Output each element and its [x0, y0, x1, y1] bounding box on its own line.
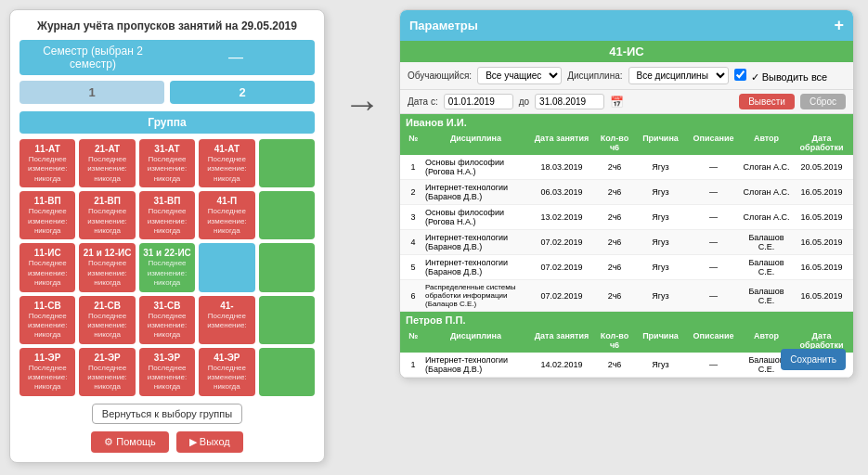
row-author: Слоган А.С.: [741, 186, 792, 198]
group-cell[interactable]: 41-Последнее изменение:: [199, 296, 254, 344]
group-cell[interactable]: 21-АТПоследнее изменение: никогда: [79, 139, 135, 187]
table-row: 1 Основы философии (Рогова Н.А.) 18.03.2…: [400, 155, 853, 180]
save-button[interactable]: Сохранить: [781, 349, 846, 370]
row-discipline: Основы философии (Рогова Н.А.): [424, 207, 527, 227]
row-num: 6: [404, 290, 422, 302]
student-filter-select[interactable]: Все учащиес: [477, 67, 562, 84]
group-cell[interactable]: 11-ИСПоследнее изменение: никогда: [19, 243, 75, 291]
row-processed: 16.05.2019: [794, 290, 849, 302]
student-filter-label: Обучающийся:: [408, 71, 472, 81]
col-num: №: [404, 133, 422, 153]
group-cell[interactable]: 21-ВППоследнее изменение: никогда: [79, 191, 135, 239]
semester-minus-button[interactable]: —: [162, 49, 310, 66]
group-cell[interactable]: 31-СВПоследнее изменение: никогда: [139, 296, 195, 344]
row-discipline: Распределенные системы обработки информа…: [424, 282, 527, 309]
group-cell-empty: [259, 191, 315, 239]
row-num-p: 1: [404, 359, 422, 370]
left-panel: Журнал учёта пропусков занятий на 29.05.…: [9, 9, 325, 463]
row-discipline: Основы философии (Рогова Н.А.): [424, 157, 527, 177]
col-note-2: Описание: [688, 330, 739, 351]
date-to-input[interactable]: [535, 94, 604, 109]
help-button[interactable]: ⚙ Помощь: [91, 431, 169, 453]
row-processed: 16.05.2019: [794, 212, 849, 223]
row-note: —: [688, 290, 739, 302]
row-discipline-p: Интернет-технологии (Баранов Д.В.): [424, 354, 527, 375]
semester-1-tab[interactable]: 1: [19, 81, 164, 104]
group-cell[interactable]: 41-ЭРПоследнее изменение: никогда: [199, 348, 254, 396]
row-note: —: [688, 212, 739, 223]
row-date: 13.02.2019: [529, 212, 594, 223]
group-cell-selected[interactable]: [199, 243, 254, 291]
export-button[interactable]: Вывести: [739, 94, 795, 109]
row-date: 07.02.2019: [529, 262, 594, 273]
reset-button[interactable]: Сброс: [800, 94, 846, 109]
row-discipline: Интернет-технологии (Баранов Д.В.): [424, 232, 527, 252]
group-cell[interactable]: 31 и 22-ИСПоследнее изменение: никогда: [139, 243, 195, 291]
row-num: 5: [404, 262, 422, 273]
row-num: 4: [404, 237, 422, 248]
show-all-label: ✓ Выводить все: [751, 71, 828, 83]
action-buttons: ⚙ Помощь ▶ Выход: [19, 431, 315, 453]
show-all-checkbox-label[interactable]: ✓ Выводить все: [734, 69, 828, 83]
exit-button[interactable]: ▶ Выход: [176, 431, 243, 453]
group-cell[interactable]: 41-ППоследнее изменение: никогда: [199, 191, 254, 239]
group-cell[interactable]: 31-ЭРПоследнее изменение: никогда: [139, 348, 195, 396]
row-processed: 16.05.2019: [794, 186, 849, 198]
col-hours: Кол-во ч6: [596, 133, 633, 153]
col-processed-2: Дата обработки: [794, 330, 849, 351]
arrow-indicator: →: [343, 9, 381, 125]
row-note: —: [688, 161, 739, 173]
col-num-2: №: [404, 330, 422, 351]
semester-2-tab[interactable]: 2: [170, 81, 315, 104]
date-from-label: Дата с:: [408, 96, 438, 107]
group-cell[interactable]: 21-ЭРПоследнее изменение: никогда: [79, 348, 135, 396]
group-cell[interactable]: 21-СВПоследнее изменение: никогда: [79, 296, 135, 344]
left-title: Журнал учёта пропусков занятий на 29.05.…: [19, 19, 315, 32]
row-date-p: 14.02.2019: [529, 359, 594, 370]
table-header-1: № Дисциплина Дата занятия Кол-во ч6 Прич…: [400, 131, 853, 155]
back-to-group-button[interactable]: Вернуться к выбору группы: [92, 404, 242, 424]
row-date: 07.02.2019: [529, 290, 594, 302]
group-cell[interactable]: 31-ВППоследнее изменение: никогда: [139, 191, 195, 239]
right-panel: Параметры + 41-ИС Обучающийся: Все учащи…: [399, 9, 854, 379]
add-button[interactable]: +: [834, 16, 844, 35]
group-cell-empty: [259, 243, 315, 291]
row-hours: 2ч6: [596, 186, 633, 198]
date-from-input[interactable]: [444, 94, 513, 109]
group-cell[interactable]: 11-ВППоследнее изменение: никогда: [19, 191, 75, 239]
filters-row: Обучающийся: Все учащиес Дисциплина: Все…: [400, 62, 853, 90]
row-author: Слоган А.С.: [741, 161, 792, 173]
groups-grid: 11-АТПоследнее изменение: никогда 21-АТП…: [19, 139, 315, 396]
col-author-2: Автор: [741, 330, 792, 351]
group-cell-empty: [259, 139, 315, 187]
row-date: 07.02.2019: [529, 237, 594, 248]
row-note: —: [688, 237, 739, 248]
col-reason: Причина: [635, 133, 686, 153]
group-cell[interactable]: 31-АТПоследнее изменение: никогда: [139, 139, 195, 187]
col-hours-2: Кол-во ч6: [596, 330, 633, 351]
show-all-checkbox[interactable]: [734, 69, 746, 81]
dates-row: Дата с: до 📅 Вывести Сброс: [400, 90, 853, 114]
group-id-bar: 41-ИС: [400, 41, 853, 62]
semester-tabs: 1 2: [19, 81, 315, 104]
group-cell[interactable]: 41-АТПоследнее изменение: никогда: [199, 139, 254, 187]
group-cell[interactable]: 11-АТПоследнее изменение: никогда: [19, 139, 75, 187]
col-author: Автор: [741, 133, 792, 153]
student-section-2: Петров П.П.: [400, 312, 853, 328]
table-row: 4 Интернет-технологии (Баранов Д.В.) 07.…: [400, 230, 853, 255]
back-to-group-container: Вернуться к выбору группы: [19, 404, 315, 424]
discipline-filter-select[interactable]: Все дисциплины: [628, 67, 729, 84]
row-processed: 16.05.2019: [794, 237, 849, 248]
row-author: Балашов С.Е.: [741, 257, 792, 277]
group-cell[interactable]: 11-СВПоследнее изменение: никогда: [19, 296, 75, 344]
student-name-2: Петров П.П.: [406, 315, 465, 326]
row-author: Балашов С.Е.: [741, 232, 792, 252]
row-hours: 2ч6: [596, 237, 633, 248]
col-date: Дата занятия: [529, 133, 594, 153]
group-cell[interactable]: 11-ЭРПоследнее изменение: никогда: [19, 348, 75, 396]
row-author: Балашов С.Е.: [741, 286, 792, 306]
table-row: 3 Основы философии (Рогова Н.А.) 13.02.2…: [400, 205, 853, 230]
group-cell[interactable]: 21 и 12-ИСПоследнее изменение: никогда: [79, 243, 135, 291]
group-cell-empty: [259, 296, 315, 344]
row-reason: Ягуз: [635, 262, 686, 273]
